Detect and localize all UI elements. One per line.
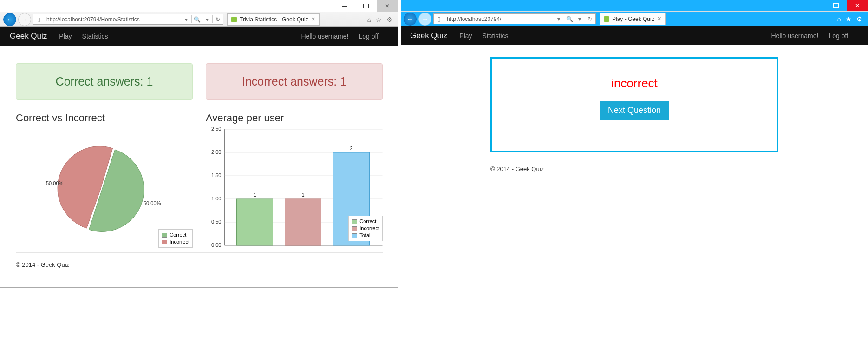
incorrect-answers-alert: Incorrect answers: 1 [206, 63, 383, 100]
site-navbar-right: Geek Quiz Play Statistics Hello username… [401, 26, 868, 45]
nav-play[interactable]: Play [459, 32, 472, 40]
nav-statistics[interactable]: Statistics [483, 32, 509, 40]
bar-val-correct: 1 [253, 192, 256, 198]
tab-close-icon[interactable]: ✕ [311, 16, 315, 22]
back-button[interactable]: ← [404, 13, 417, 26]
pie-chart: 50.00% 50.00% Correct Incorrect [16, 127, 193, 248]
pie-legend-correct: Correct [170, 231, 186, 238]
refresh-icon[interactable]: ↻ [585, 16, 595, 22]
maximize-button[interactable] [825, 0, 847, 11]
tab-close-icon[interactable]: ✕ [657, 16, 661, 22]
bar-chart-title: Average per user [206, 112, 383, 124]
pie-legend-incorrect: Incorrect [170, 238, 189, 245]
bar-tick-25: 2.50 [211, 126, 221, 132]
address-box[interactable]: ▯ ▾ 🔍 ▾ ↻ [33, 14, 223, 25]
bar-val-incorrect: 1 [301, 192, 304, 198]
brand[interactable]: Geek Quiz [10, 32, 47, 41]
bar-tick-1: 1.00 [211, 196, 221, 201]
maximize-button[interactable] [355, 0, 377, 12]
toolbar-icons-right: ⌂ ★ ⚙ [837, 15, 865, 23]
browser-tab[interactable]: Trivia Statistics - Geek Quiz ✕ [227, 13, 320, 26]
page-body-left: Correct answers: 1 Incorrect answers: 1 … [0, 46, 398, 287]
tab-title: Trivia Statistics - Geek Quiz [240, 16, 308, 23]
address-box[interactable]: ▯ ▾ 🔍 ▾ ↻ [433, 13, 596, 24]
forward-button[interactable]: → [418, 13, 431, 26]
bar-tick-05: 0.50 [211, 219, 221, 225]
nav-hello[interactable]: Hello username! [771, 32, 819, 40]
close-button[interactable] [377, 0, 398, 12]
favorites-icon[interactable]: ☆ [376, 16, 382, 23]
toolbar-icons-left: ⌂ ☆ ⚙ [367, 16, 395, 23]
close-button[interactable] [847, 0, 868, 11]
pie-chart-column: Correct vs Incorrect 50.00% 50.00% [16, 112, 193, 248]
search-icon[interactable]: 🔍 [564, 16, 574, 22]
nav-play[interactable]: Play [59, 33, 72, 40]
page-icon: ▯ [33, 16, 44, 23]
brand[interactable]: Geek Quiz [410, 31, 447, 40]
refresh-icon[interactable]: ↻ [213, 16, 223, 23]
bar-chart-column: Average per user [206, 112, 383, 248]
browser-tab[interactable]: Play - Geek Quiz ✕ [600, 13, 666, 25]
bar-legend-incorrect: Incorrect [359, 225, 379, 232]
bar-tick-2: 2.00 [211, 149, 221, 155]
favicon-icon [231, 17, 237, 22]
bar-chart: 1 1 2 0.00 0.50 1.00 1.50 2.00 2. [206, 127, 383, 248]
dropdown-icon[interactable]: ▾ [554, 16, 564, 22]
pie-right-pct: 50.00% [144, 200, 161, 206]
quiz-panel: incorrect Next Question [490, 57, 778, 152]
bar-legend-total: Total [359, 232, 370, 239]
settings-icon[interactable]: ⚙ [856, 15, 862, 23]
minimize-button[interactable] [334, 0, 355, 12]
address-bar-row-right: ← → ▯ ▾ 🔍 ▾ ↻ Play - Geek Quiz ✕ ⌂ ★ ⚙ [401, 12, 868, 26]
dropdown-icon[interactable]: ▾ [202, 16, 212, 23]
minimize-button[interactable] [804, 0, 825, 11]
next-question-button[interactable]: Next Question [600, 101, 669, 120]
correct-answers-alert: Correct answers: 1 [16, 63, 193, 100]
url-input[interactable] [44, 16, 181, 23]
footer-right: © 2014 - Geek Quiz [490, 157, 778, 181]
bar-tick-15: 1.50 [211, 172, 221, 178]
pie-legend: Correct Incorrect [158, 229, 193, 248]
nav-statistics[interactable]: Statistics [82, 33, 108, 40]
page-body-right: incorrect Next Question © 2014 - Geek Qu… [401, 45, 868, 350]
favicon-icon [604, 16, 609, 22]
pie-chart-title: Correct vs Incorrect [16, 112, 193, 124]
back-button[interactable]: ← [3, 13, 16, 26]
dropdown-icon[interactable]: ▾ [181, 16, 191, 23]
url-input[interactable] [444, 16, 554, 22]
favorites-icon[interactable]: ★ [846, 15, 852, 23]
tab-title: Play - Geek Quiz [612, 16, 654, 22]
nav-logoff[interactable]: Log off [359, 33, 379, 40]
svg-rect-7 [237, 199, 273, 245]
left-browser-window: ← → ▯ ▾ 🔍 ▾ ↻ Trivia Statistics - Geek Q… [0, 0, 398, 288]
right-browser-window: ← → ▯ ▾ 🔍 ▾ ↻ Play - Geek Quiz ✕ ⌂ ★ ⚙ [401, 0, 868, 350]
address-bar-row-left: ← → ▯ ▾ 🔍 ▾ ↻ Trivia Statistics - Geek Q… [0, 12, 398, 27]
svg-rect-8 [285, 199, 321, 245]
settings-icon[interactable]: ⚙ [386, 16, 392, 23]
search-icon[interactable]: 🔍 [192, 16, 202, 23]
window-titlebar-left [0, 0, 398, 12]
nav-logoff[interactable]: Log off [829, 32, 848, 40]
bar-legend-correct: Correct [359, 218, 376, 225]
result-text: incorrect [504, 76, 765, 91]
window-titlebar-right [401, 0, 868, 12]
alert-row: Correct answers: 1 Incorrect answers: 1 [16, 63, 383, 100]
home-icon[interactable]: ⌂ [367, 16, 371, 23]
pie-left-pct: 50.00% [46, 180, 63, 186]
bar-val-total: 2 [350, 145, 352, 151]
forward-button[interactable]: → [18, 13, 31, 26]
dropdown-icon[interactable]: ▾ [574, 16, 585, 22]
site-navbar-left: Geek Quiz Play Statistics Hello username… [0, 27, 398, 46]
bar-tick-0: 0.00 [211, 242, 221, 248]
nav-hello[interactable]: Hello username! [301, 33, 349, 40]
home-icon[interactable]: ⌂ [837, 15, 841, 23]
page-icon: ▯ [434, 16, 444, 22]
bar-legend: Correct Incorrect Total [348, 216, 383, 241]
footer-left: © 2014 - Geek Quiz [16, 252, 383, 277]
